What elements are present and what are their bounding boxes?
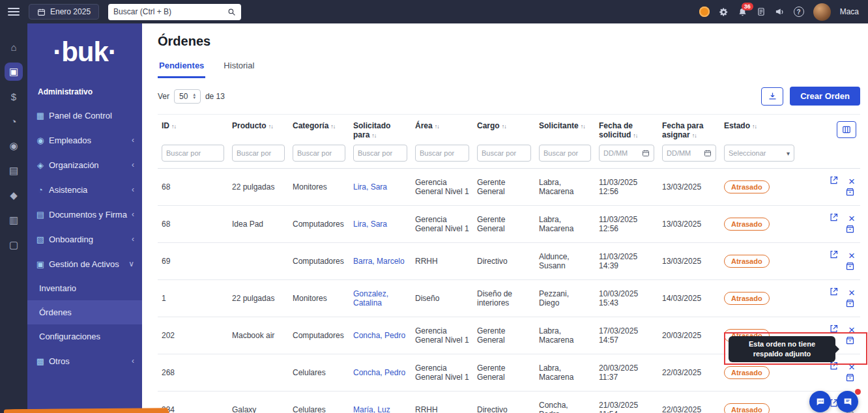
cancel-order-button[interactable]: ×	[848, 250, 855, 261]
module-icon[interactable]: ▤	[5, 162, 23, 180]
sidebar-subitem[interactable]: Configuraciones	[27, 324, 142, 349]
cancel-order-button[interactable]: ×	[848, 176, 855, 187]
app-root: Enero 2025 36 ? Maca	[0, 0, 868, 413]
page-size-select[interactable]: 50 ▴▾	[174, 89, 201, 104]
sidebar-section-label: Administrativo	[27, 70, 142, 103]
solicitado-link[interactable]: Concha, Pedro	[353, 368, 405, 377]
cancel-order-button[interactable]: ×	[848, 287, 855, 298]
solicitado-link[interactable]: Barra, Marcelo	[353, 257, 405, 266]
cancel-order-button[interactable]: ×	[848, 362, 855, 373]
assign-export-button[interactable]	[829, 249, 839, 261]
help-icon[interactable]: ?	[794, 7, 804, 17]
sort-icon[interactable]: ↑↓	[171, 123, 176, 130]
cell-actions: ×	[798, 280, 860, 317]
module-icon[interactable]: ▥	[5, 211, 23, 229]
attachment-box-button[interactable]	[845, 298, 855, 310]
solicitado-link[interactable]: Gonzalez, Catalina	[353, 289, 388, 307]
tab[interactable]: Pendientes	[158, 59, 205, 78]
notifications-bell-icon[interactable]: 36	[738, 7, 747, 17]
table-row: 334 Galaxy Celulares María, Luz RRHH Dir…	[158, 392, 860, 413]
assign-export-button[interactable]	[829, 212, 839, 224]
sidebar-subitem[interactable]: Inventario	[27, 276, 142, 300]
sidebar-item[interactable]: ◔ Asistencia ‹	[27, 177, 142, 202]
filter-fecha-solicitud-input[interactable]: DD/MM	[599, 145, 654, 162]
sort-icon[interactable]: ↑↓	[371, 132, 376, 139]
chat-notification-dot	[855, 389, 861, 395]
sort-icon[interactable]: ↑↓	[752, 123, 757, 130]
filter-id-input[interactable]	[162, 145, 224, 162]
attachment-box-button[interactable]	[845, 335, 855, 347]
cell-solicitado: Lira, Sara	[349, 206, 411, 243]
sort-icon[interactable]: ↑↓	[633, 132, 637, 139]
sidebar-item[interactable]: ▣ Gestión de Activos ∨	[27, 251, 142, 276]
module-icon[interactable]: ▣	[5, 63, 23, 81]
chat-dots-icon	[815, 397, 826, 407]
sort-icon[interactable]: ↑↓	[502, 123, 506, 130]
archive-box-icon	[845, 335, 855, 345]
filter-estado-select[interactable]: Seleccionar▾	[724, 145, 794, 162]
sidebar-item[interactable]: ▦ Panel de Control	[27, 103, 142, 128]
user-avatar[interactable]	[813, 3, 831, 21]
sort-icon[interactable]: ↑↓	[581, 123, 585, 130]
module-icon[interactable]: ⌂	[5, 38, 23, 56]
sidebar-subitem[interactable]: Órdenes	[27, 300, 142, 324]
attachment-box-button[interactable]	[845, 261, 855, 273]
filter-cargo-input[interactable]	[477, 145, 531, 162]
coins-icon[interactable]	[699, 7, 710, 17]
solicitado-link[interactable]: María, Luz	[353, 405, 390, 413]
period-selector-button[interactable]: Enero 2025	[29, 4, 99, 20]
solicitado-link[interactable]: Concha, Pedro	[353, 331, 405, 340]
buk-logo: ·buk·	[27, 23, 142, 70]
tab[interactable]: Historial	[222, 59, 255, 78]
module-icon[interactable]: ◉	[5, 137, 23, 155]
sidebar-item[interactable]: ▧ Onboarding ‹	[27, 227, 142, 251]
assign-export-button[interactable]	[829, 361, 839, 373]
global-search-input[interactable]	[113, 7, 224, 16]
module-icon[interactable]: $	[5, 87, 23, 106]
module-icon[interactable]: ◆	[5, 186, 23, 205]
sort-icon[interactable]: ↑↓	[692, 132, 697, 139]
chat-fab-button[interactable]	[809, 391, 831, 412]
assign-export-button[interactable]	[829, 287, 839, 298]
sort-icon[interactable]: ↑↓	[330, 123, 335, 130]
module-icon[interactable]: ▢	[5, 236, 23, 254]
sidebar-item[interactable]: ◈ Organización ‹	[27, 152, 142, 177]
column-header: Estado↑↓	[720, 115, 798, 144]
announcements-megaphone-icon[interactable]	[775, 7, 785, 17]
download-button[interactable]	[761, 87, 783, 106]
sort-icon[interactable]: ↑↓	[268, 123, 273, 130]
cell-area: Gerencia General Nivel 1	[411, 206, 473, 243]
column-settings-button[interactable]	[837, 121, 856, 138]
cell-fecha-asignar: 13/03/2025	[658, 243, 720, 280]
export-icon	[829, 324, 839, 334]
sidebar-item[interactable]: ▤ Documentos y Firma ‹	[27, 202, 142, 227]
attachment-box-button[interactable]	[845, 373, 855, 384]
search-icon[interactable]	[227, 8, 236, 16]
module-icon[interactable]: ◔	[5, 112, 23, 130]
cancel-order-button[interactable]: ×	[848, 213, 855, 224]
cell-area: Gerencia General Nivel 1	[411, 317, 473, 354]
filter-area-input[interactable]	[415, 145, 469, 162]
sidebar-item[interactable]: ▩ Otros ‹	[27, 349, 142, 373]
support-chat-fab-button[interactable]	[837, 391, 858, 412]
hamburger-menu-icon[interactable]	[8, 8, 20, 16]
solicitado-link[interactable]: Lira, Sara	[353, 182, 387, 192]
filter-producto-input[interactable]	[232, 145, 285, 162]
solicitado-link[interactable]: Lira, Sara	[353, 220, 387, 229]
sidebar-item[interactable]: ◉ Empleados ‹	[27, 128, 142, 152]
cell-area: RRHH	[411, 392, 473, 413]
create-order-button[interactable]: Crear Orden	[790, 87, 860, 106]
assign-export-button[interactable]	[829, 175, 839, 187]
attachment-box-button[interactable]	[845, 187, 855, 199]
settings-gear-icon[interactable]	[719, 7, 729, 17]
tasks-document-icon[interactable]	[757, 7, 766, 16]
status-badge: Atrasado	[724, 292, 770, 305]
cancel-order-button[interactable]: ×	[848, 324, 855, 335]
attachment-box-button[interactable]	[845, 224, 855, 236]
filter-solicitante-input[interactable]	[539, 145, 591, 162]
sort-icon[interactable]: ↑↓	[435, 123, 439, 130]
filter-solicitado-input[interactable]	[353, 145, 407, 162]
assign-export-button[interactable]	[829, 324, 839, 335]
filter-fecha-asignar-input[interactable]: DD/MM	[662, 145, 716, 162]
filter-categoria-input[interactable]	[293, 145, 345, 162]
